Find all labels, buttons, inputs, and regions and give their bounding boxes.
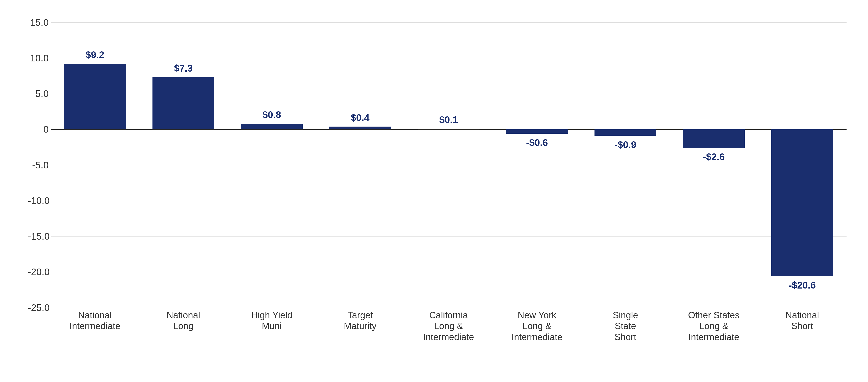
bar: [417, 129, 479, 129]
bar-value-label: $0.4: [351, 112, 370, 123]
bar-wrapper: $9.2: [64, 64, 126, 129]
y-tick-label: 5.0: [28, 88, 49, 99]
bar-value-label: -$20.6: [788, 280, 816, 291]
bar: [329, 127, 391, 129]
plot-area: 15.010.05.00-5.0-10.0-15.0-20.0-25.0$9.2…: [51, 23, 846, 308]
chart-inner: 15.010.05.00-5.0-10.0-15.0-20.0-25.0$9.2…: [34, 14, 851, 368]
bar-value-label: $9.2: [86, 49, 104, 60]
bar-wrapper: -$0.9: [594, 129, 656, 136]
bar: [64, 64, 126, 129]
x-axis-label: Other StatesLong &Intermediate: [670, 310, 758, 368]
bar-value-label: $7.3: [174, 63, 193, 74]
bar: [771, 129, 833, 276]
bar-wrapper: $0.4: [329, 127, 391, 129]
bar: [683, 129, 745, 148]
bar-group: $7.3: [139, 23, 227, 308]
chart-container: 15.010.05.00-5.0-10.0-15.0-20.0-25.0$9.2…: [18, 14, 851, 368]
bar-wrapper: -$0.6: [506, 129, 568, 134]
bar-value-label: $0.8: [262, 109, 281, 120]
bar-wrapper: -$20.6: [771, 129, 833, 276]
y-axis-label: [18, 14, 34, 368]
x-axis-label: TargetMaturity: [316, 310, 404, 368]
gridline: [51, 308, 846, 308]
bar-group: -$0.6: [493, 23, 581, 308]
bar-group: $0.4: [316, 23, 404, 308]
y-tick-label: -25.0: [28, 302, 49, 313]
bar: [241, 124, 303, 129]
x-axis-label: NationalLong: [139, 310, 227, 368]
x-axis-labels: NationalIntermediateNationalLongHigh Yie…: [51, 310, 846, 368]
bar-group: -$0.9: [581, 23, 670, 308]
bar-wrapper: $0.8: [241, 124, 303, 129]
bar-wrapper: $0.1: [417, 129, 479, 129]
bar: [153, 77, 214, 129]
y-tick-label: -10.0: [28, 195, 49, 206]
y-tick-label: 0: [28, 124, 49, 135]
y-tick-label: -15.0: [28, 231, 49, 242]
y-tick-label: 15.0: [28, 17, 49, 28]
bar-wrapper: $7.3: [153, 77, 214, 129]
bar: [506, 129, 568, 134]
x-axis-label: NationalIntermediate: [51, 310, 139, 368]
bar: [594, 129, 656, 136]
bar-value-label: -$2.6: [703, 151, 725, 162]
x-axis-label: NationalShort: [758, 310, 846, 368]
bars-area: $9.2$7.3$0.8$0.4$0.1-$0.6-$0.9-$2.6-$20.…: [51, 23, 846, 308]
y-tick-label: -20.0: [28, 266, 49, 278]
x-axis-label: High YieldMuni: [227, 310, 316, 368]
bar-group: $0.8: [227, 23, 316, 308]
bar-group: -$20.6: [758, 23, 846, 308]
y-tick-label: -5.0: [28, 159, 49, 171]
bar-group: -$2.6: [670, 23, 758, 308]
bar-group: $9.2: [51, 23, 139, 308]
bar-group: $0.1: [404, 23, 493, 308]
x-axis-label: SingleStateShort: [581, 310, 670, 368]
x-axis-label: New YorkLong &Intermediate: [493, 310, 581, 368]
y-tick-label: 10.0: [28, 53, 49, 64]
x-axis-label: CaliforniaLong &Intermediate: [404, 310, 493, 368]
bar-value-label: -$0.9: [615, 139, 637, 150]
bar-value-label: $0.1: [439, 114, 458, 125]
bar-value-label: -$0.6: [526, 137, 548, 148]
bar-wrapper: -$2.6: [683, 129, 745, 148]
